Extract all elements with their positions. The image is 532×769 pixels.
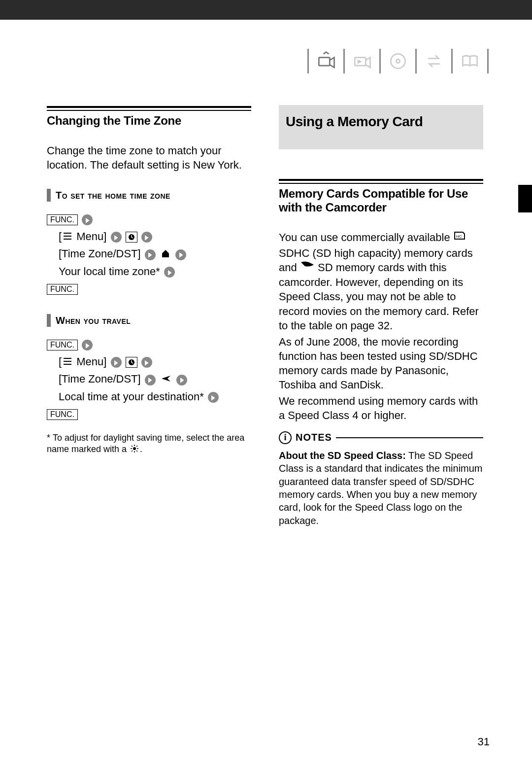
clock-setup-icon [126, 232, 137, 243]
nav-separator [343, 49, 345, 73]
subhead-marker [47, 189, 51, 202]
clock-setup-icon [126, 357, 137, 368]
speed-class-recommendation: We recommend using memory cards with a S… [279, 394, 483, 422]
svg-point-14 [133, 447, 136, 450]
manual-page: Changing the Time Zone Change the time z… [0, 20, 532, 769]
svg-point-3 [391, 54, 405, 68]
menu-label: Menu] [76, 230, 106, 243]
menu-label: Menu] [76, 355, 106, 368]
tested-cards-paragraph: As of June 2008, the movie recording fun… [279, 335, 483, 392]
playback-icon[interactable] [349, 48, 375, 74]
section-rule [279, 179, 483, 184]
nav-separator [487, 49, 489, 73]
sd-logo-icon [300, 260, 315, 274]
nav-separator [307, 49, 309, 73]
svg-rect-0 [319, 58, 330, 66]
section-heading-timezone: Changing the Time Zone [47, 114, 251, 128]
left-column: Changing the Time Zone Change the time z… [47, 106, 251, 749]
local-timezone-label: Your local time zone* [59, 265, 160, 278]
proceed-arrow-icon [82, 214, 93, 225]
func-button-label: FUNC. [47, 340, 78, 350]
proceed-arrow-icon [141, 357, 152, 368]
camera-mode-icon[interactable] [313, 48, 339, 74]
right-column: Using a Memory Card Memory Cards Compati… [279, 106, 483, 749]
nav-separator [379, 49, 381, 73]
notes-text: The SD Speed Class is a standard that in… [279, 450, 483, 526]
page-number: 31 [478, 735, 490, 748]
footnote-tail: . [140, 444, 142, 454]
intro-paragraph: Change the time zone to match your locat… [47, 143, 251, 172]
window-top-bar [0, 0, 532, 20]
subhead-marker [47, 314, 51, 327]
proceed-arrow-icon [145, 249, 156, 260]
section-title-memorycard: Using a Memory Card [286, 114, 476, 130]
notes-rule [336, 437, 483, 438]
procedure-steps: FUNC. [ Menu] [47, 210, 251, 297]
sdhc-logo-icon: HC [453, 230, 470, 245]
func-button-label: FUNC. [47, 409, 78, 420]
timezone-dst-label: [Time Zone/DST] [59, 247, 141, 260]
para1a: You can use commercially available [279, 231, 450, 244]
notes-header: i NOTES [279, 431, 483, 444]
proceed-arrow-icon [176, 375, 187, 385]
disc-icon[interactable] [385, 48, 411, 74]
notes-bold-lead: About the SD Speed Class: [279, 450, 406, 461]
timezone-dst-label: [Time Zone/DST] [59, 373, 141, 385]
proceed-arrow-icon [82, 340, 93, 350]
proceed-arrow-icon [164, 267, 175, 278]
proceed-arrow-icon [175, 249, 186, 260]
chapter-nav-icons [303, 47, 493, 75]
page-edge-tab [518, 185, 532, 212]
menu-list-icon [63, 232, 72, 242]
home-icon [161, 248, 170, 260]
section-title-box: Using a Memory Card [279, 105, 483, 149]
book-icon[interactable] [457, 48, 483, 74]
transfer-icon[interactable] [421, 48, 447, 74]
svg-text:HC: HC [456, 234, 462, 239]
section-heading-compatible-cards: Memory Cards Compatible for Use with the… [279, 187, 483, 214]
svg-line-22 [132, 451, 133, 452]
subhead-travel: When you travel [56, 315, 131, 326]
svg-point-4 [396, 59, 399, 63]
svg-line-20 [136, 451, 137, 452]
sun-dst-icon [130, 444, 139, 454]
svg-line-21 [136, 446, 137, 447]
compatible-cards-paragraph: You can use commercially available HC SD… [279, 230, 483, 333]
page-content: Changing the Time Zone Change the time z… [47, 106, 493, 749]
airplane-icon [161, 374, 171, 385]
section-rule [47, 106, 251, 111]
svg-line-19 [132, 446, 133, 447]
procedure-steps: FUNC. [ Menu] [47, 336, 251, 422]
notes-label: NOTES [296, 432, 332, 443]
procedure-travel-timezone: When you travel FUNC. [ Menu] [47, 314, 251, 422]
proceed-arrow-icon [111, 232, 122, 243]
menu-list-icon [63, 357, 72, 367]
proceed-arrow-icon [111, 357, 122, 368]
func-button-label: FUNC. [47, 214, 78, 225]
proceed-arrow-icon [208, 392, 219, 403]
nav-separator [415, 49, 417, 73]
footnote-text: To adjust for daylight saving time, sele… [47, 433, 244, 454]
func-button-label: FUNC. [47, 284, 78, 295]
info-icon: i [279, 431, 292, 444]
proceed-arrow-icon [141, 232, 152, 243]
notes-body: About the SD Speed Class: The SD Speed C… [279, 449, 483, 527]
dst-footnote: *To adjust for daylight saving time, sel… [47, 432, 251, 455]
svg-marker-2 [358, 59, 362, 64]
proceed-arrow-icon [145, 375, 156, 385]
subhead-home-timezone: To set the home time zone [56, 190, 170, 201]
nav-separator [451, 49, 453, 73]
procedure-home-timezone: To set the home time zone FUNC. [ Menu] [47, 189, 251, 297]
destination-time-label: Local time at your destination* [59, 390, 204, 403]
